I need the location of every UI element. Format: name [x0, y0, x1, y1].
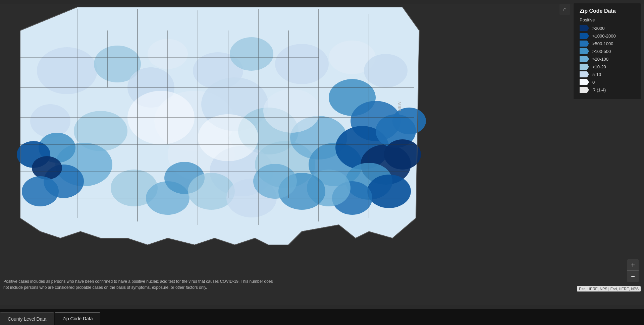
tab-county-label: County Level Data [8, 316, 46, 322]
legend-swatch [580, 79, 589, 85]
legend-item-label: 0 [592, 80, 595, 85]
home-button[interactable]: ⌂ [559, 4, 570, 15]
legend-item: >20-100 [580, 56, 635, 62]
legend-swatch [580, 41, 589, 47]
svg-text:NEW: NEW [397, 101, 401, 111]
zoom-controls: + − [627, 259, 639, 282]
legend-item-label: 5-10 [592, 72, 601, 77]
svg-point-11 [364, 54, 408, 87]
legend-panel: Zip Code Data Positive >2000>1000-2000>5… [574, 3, 641, 99]
legend-subtitle: Positive [580, 17, 635, 22]
legend-item-label: R (1-4) [592, 87, 606, 92]
tab-zipcode-label: Zip Code Data [62, 316, 93, 321]
app: NEW Zip Code Data Positive >2000>1000-20… [0, 0, 644, 325]
legend-title: Zip Code Data [580, 8, 635, 14]
legend-item-label: >500-1000 [592, 41, 613, 46]
svg-point-32 [367, 175, 411, 208]
svg-point-1 [37, 47, 97, 94]
legend-item-label: >2000 [592, 26, 605, 31]
legend-swatch [580, 71, 589, 77]
legend-swatch [580, 64, 589, 70]
legend-item-label: >1000-2000 [592, 34, 616, 39]
tab-county-level-data[interactable]: County Level Data [0, 312, 54, 325]
zoom-out-button[interactable]: − [627, 271, 639, 282]
legend-item: 0 [580, 79, 635, 85]
legend-item: >2000 [580, 25, 635, 31]
svg-point-9 [275, 44, 329, 84]
home-icon: ⌂ [563, 6, 567, 12]
legend-swatch [580, 56, 589, 62]
svg-point-43 [253, 164, 297, 199]
legend-swatch [580, 87, 589, 93]
legend-item: >10-20 [580, 64, 635, 70]
legend-item-label: >10-20 [592, 64, 606, 69]
legend-items: >2000>1000-2000>500-1000>100-500>20-100>… [580, 25, 635, 93]
svg-point-8 [230, 37, 273, 71]
legend-swatch [580, 25, 589, 31]
legend-item: >100-500 [580, 48, 635, 54]
svg-point-17 [22, 176, 59, 206]
disclaimer-text: Positive cases includes all persons who … [3, 278, 278, 290]
legend-swatch [580, 33, 589, 39]
attribution-text: Esri, HERE, NPS | Esri, HERE, NPS [577, 286, 641, 291]
tabs-bar: County Level Data Zip Code Data [0, 309, 644, 325]
legend-item: 5-10 [580, 71, 635, 77]
tab-zip-code-data[interactable]: Zip Code Data [55, 312, 100, 325]
legend-item: >500-1000 [580, 41, 635, 47]
legend-item-label: >20-100 [592, 57, 608, 62]
svg-point-46 [263, 89, 320, 133]
legend-swatch [580, 48, 589, 54]
legend-item: R (1-4) [580, 87, 635, 93]
svg-point-36 [384, 139, 421, 170]
map-container: NEW Zip Code Data Positive >2000>1000-20… [0, 0, 644, 309]
legend-item-label: >100-500 [592, 49, 611, 54]
map-svg: NEW [0, 0, 644, 309]
svg-point-37 [392, 108, 426, 134]
svg-point-3 [30, 104, 70, 138]
legend-item: >1000-2000 [580, 33, 635, 39]
svg-point-16 [32, 156, 62, 180]
zoom-in-button[interactable]: + [627, 259, 639, 271]
